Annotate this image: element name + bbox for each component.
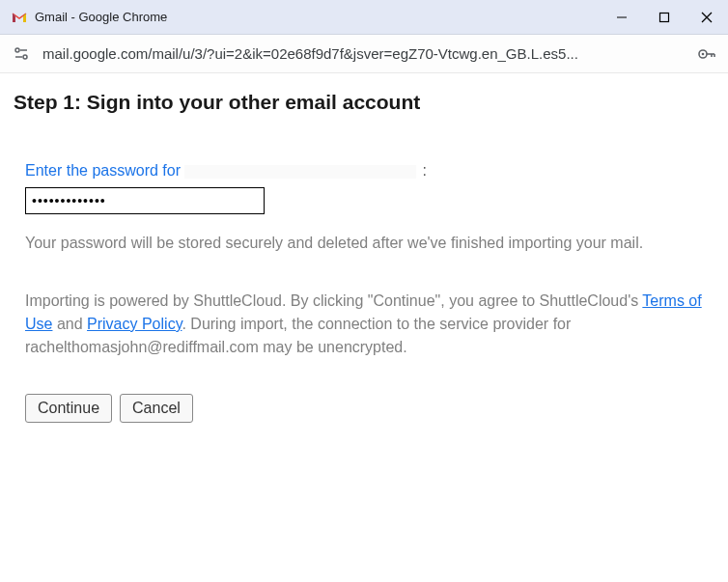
continue-button[interactable]: Continue: [25, 394, 112, 423]
disclosure-text: Importing is powered by ShuttleCloud. By…: [25, 290, 714, 359]
close-button[interactable]: [697, 8, 716, 27]
password-label: Enter the password for :: [25, 162, 714, 180]
password-input[interactable]: [25, 187, 265, 214]
button-row: Continue Cancel: [25, 394, 714, 423]
form-area: Enter the password for : Your password w…: [14, 162, 714, 423]
svg-point-4: [15, 48, 19, 52]
password-label-prefix: Enter the password for: [25, 162, 184, 179]
window-title: Gmail - Google Chrome: [35, 10, 612, 24]
window-titlebar: Gmail - Google Chrome: [0, 0, 728, 35]
disclosure-part2: and: [52, 316, 87, 332]
window-controls: [612, 8, 716, 27]
disclosure-part1: Importing is powered by ShuttleCloud. By…: [25, 292, 642, 309]
storage-note: Your password will be stored securely an…: [25, 232, 714, 255]
address-bar: mail.google.com/mail/u/3/?ui=2&ik=02e68f…: [0, 35, 728, 73]
privacy-policy-link[interactable]: Privacy Policy: [87, 316, 182, 332]
password-key-icon[interactable]: [695, 42, 718, 66]
url-text[interactable]: mail.google.com/mail/u/3/?ui=2&ik=02e68f…: [42, 45, 686, 62]
svg-rect-1: [660, 13, 669, 21]
page-heading: Step 1: Sign into your other email accou…: [14, 91, 714, 114]
gmail-logo-icon: [12, 10, 27, 25]
obscured-email: [184, 165, 416, 179]
svg-point-9: [702, 52, 705, 55]
password-label-suffix: :: [422, 162, 426, 179]
svg-point-6: [23, 55, 27, 59]
maximize-button[interactable]: [655, 8, 674, 27]
site-settings-icon[interactable]: [10, 42, 33, 66]
cancel-button[interactable]: Cancel: [120, 394, 193, 423]
minimize-button[interactable]: [612, 8, 631, 27]
page-content: Step 1: Sign into your other email accou…: [0, 73, 728, 440]
